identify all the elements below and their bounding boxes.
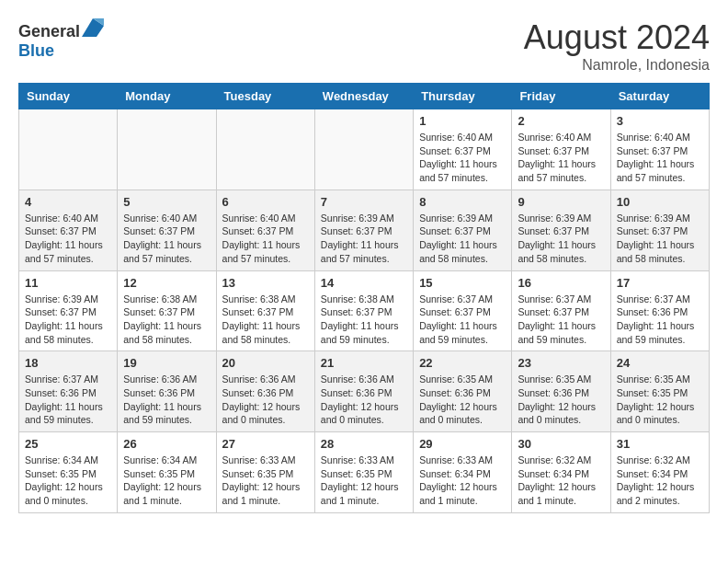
calendar-cell: 28Sunrise: 6:33 AMSunset: 6:35 PMDayligh… (314, 432, 413, 513)
column-header-monday: Monday (118, 84, 216, 109)
location-subtitle: Namrole, Indonesia (524, 57, 710, 74)
day-info: Sunrise: 6:35 AMSunset: 6:35 PMDaylight:… (617, 373, 703, 427)
calendar-cell: 4Sunrise: 6:40 AMSunset: 6:37 PMDaylight… (19, 190, 118, 270)
calendar-cell: 22Sunrise: 6:35 AMSunset: 6:36 PMDayligh… (414, 351, 512, 432)
title-block: August 2024 Namrole, Indonesia (524, 18, 710, 74)
calendar-cell: 19Sunrise: 6:36 AMSunset: 6:36 PMDayligh… (118, 351, 216, 432)
column-header-friday: Friday (512, 84, 610, 109)
day-info: Sunrise: 6:40 AMSunset: 6:37 PMDaylight:… (222, 212, 309, 266)
calendar-cell: 5Sunrise: 6:40 AMSunset: 6:37 PMDaylight… (118, 190, 216, 270)
calendar-cell (216, 109, 314, 190)
day-number: 21 (321, 356, 407, 370)
day-info: Sunrise: 6:39 AMSunset: 6:37 PMDaylight:… (25, 293, 111, 347)
page-header: General Blue August 2024 Namrole, Indone… (18, 18, 710, 74)
day-number: 17 (617, 276, 703, 290)
calendar-cell: 27Sunrise: 6:33 AMSunset: 6:35 PMDayligh… (216, 432, 314, 513)
day-number: 16 (518, 276, 604, 290)
day-info: Sunrise: 6:33 AMSunset: 6:34 PMDaylight:… (419, 454, 506, 508)
day-number: 12 (123, 276, 210, 290)
column-header-tuesday: Tuesday (216, 84, 314, 109)
calendar-cell: 10Sunrise: 6:39 AMSunset: 6:37 PMDayligh… (610, 190, 709, 270)
day-info: Sunrise: 6:39 AMSunset: 6:37 PMDaylight:… (617, 212, 703, 266)
day-info: Sunrise: 6:37 AMSunset: 6:36 PMDaylight:… (617, 293, 703, 347)
day-number: 4 (25, 195, 111, 209)
calendar-cell: 6Sunrise: 6:40 AMSunset: 6:37 PMDaylight… (216, 190, 314, 270)
day-number: 5 (123, 195, 210, 209)
calendar-cell (314, 109, 413, 190)
day-info: Sunrise: 6:37 AMSunset: 6:36 PMDaylight:… (25, 373, 111, 427)
calendar-table: SundayMondayTuesdayWednesdayThursdayFrid… (18, 83, 710, 513)
calendar-cell: 25Sunrise: 6:34 AMSunset: 6:35 PMDayligh… (19, 432, 118, 513)
column-header-saturday: Saturday (610, 84, 709, 109)
calendar-cell: 24Sunrise: 6:35 AMSunset: 6:35 PMDayligh… (610, 351, 709, 432)
calendar-cell: 17Sunrise: 6:37 AMSunset: 6:36 PMDayligh… (610, 270, 709, 351)
day-info: Sunrise: 6:40 AMSunset: 6:37 PMDaylight:… (419, 131, 506, 185)
calendar-cell: 15Sunrise: 6:37 AMSunset: 6:37 PMDayligh… (414, 270, 512, 351)
day-number: 26 (123, 437, 210, 451)
day-info: Sunrise: 6:40 AMSunset: 6:37 PMDaylight:… (617, 131, 703, 185)
calendar-cell: 29Sunrise: 6:33 AMSunset: 6:34 PMDayligh… (414, 432, 512, 513)
day-number: 24 (617, 356, 703, 370)
column-header-wednesday: Wednesday (314, 84, 413, 109)
day-number: 19 (123, 356, 210, 370)
calendar-cell (118, 109, 216, 190)
day-info: Sunrise: 6:32 AMSunset: 6:34 PMDaylight:… (518, 454, 604, 508)
calendar-cell: 11Sunrise: 6:39 AMSunset: 6:37 PMDayligh… (19, 270, 118, 351)
day-info: Sunrise: 6:34 AMSunset: 6:35 PMDaylight:… (25, 454, 111, 508)
day-number: 3 (617, 114, 703, 128)
day-info: Sunrise: 6:38 AMSunset: 6:37 PMDaylight:… (321, 293, 407, 347)
day-number: 28 (321, 437, 407, 451)
day-number: 6 (222, 195, 309, 209)
day-info: Sunrise: 6:38 AMSunset: 6:37 PMDaylight:… (123, 293, 210, 347)
day-info: Sunrise: 6:40 AMSunset: 6:37 PMDaylight:… (123, 212, 210, 266)
month-year-title: August 2024 (524, 18, 710, 57)
day-number: 23 (518, 356, 604, 370)
day-number: 7 (321, 195, 407, 209)
day-number: 27 (222, 437, 309, 451)
header-row: SundayMondayTuesdayWednesdayThursdayFrid… (19, 84, 710, 109)
day-info: Sunrise: 6:36 AMSunset: 6:36 PMDaylight:… (222, 373, 309, 427)
calendar-week-4: 18Sunrise: 6:37 AMSunset: 6:36 PMDayligh… (19, 351, 710, 432)
calendar-cell: 20Sunrise: 6:36 AMSunset: 6:36 PMDayligh… (216, 351, 314, 432)
calendar-cell: 3Sunrise: 6:40 AMSunset: 6:37 PMDaylight… (610, 109, 709, 190)
calendar-cell: 26Sunrise: 6:34 AMSunset: 6:35 PMDayligh… (118, 432, 216, 513)
day-info: Sunrise: 6:32 AMSunset: 6:34 PMDaylight:… (617, 454, 703, 508)
calendar-week-1: 1Sunrise: 6:40 AMSunset: 6:37 PMDaylight… (19, 109, 710, 190)
day-number: 20 (222, 356, 309, 370)
calendar-cell: 12Sunrise: 6:38 AMSunset: 6:37 PMDayligh… (118, 270, 216, 351)
column-header-sunday: Sunday (19, 84, 118, 109)
calendar-cell: 2Sunrise: 6:40 AMSunset: 6:37 PMDaylight… (512, 109, 610, 190)
calendar-cell: 30Sunrise: 6:32 AMSunset: 6:34 PMDayligh… (512, 432, 610, 513)
day-info: Sunrise: 6:38 AMSunset: 6:37 PMDaylight:… (222, 293, 309, 347)
day-number: 29 (419, 437, 506, 451)
day-info: Sunrise: 6:34 AMSunset: 6:35 PMDaylight:… (123, 454, 210, 508)
logo-blue: Blue (18, 41, 54, 60)
day-number: 9 (518, 195, 604, 209)
column-header-thursday: Thursday (414, 84, 512, 109)
logo: General Blue (18, 18, 104, 61)
calendar-cell: 8Sunrise: 6:39 AMSunset: 6:37 PMDaylight… (414, 190, 512, 270)
logo-icon (82, 18, 104, 37)
calendar-cell (19, 109, 118, 190)
calendar-week-3: 11Sunrise: 6:39 AMSunset: 6:37 PMDayligh… (19, 270, 710, 351)
day-info: Sunrise: 6:40 AMSunset: 6:37 PMDaylight:… (518, 131, 604, 185)
day-info: Sunrise: 6:33 AMSunset: 6:35 PMDaylight:… (321, 454, 407, 508)
calendar-cell: 1Sunrise: 6:40 AMSunset: 6:37 PMDaylight… (414, 109, 512, 190)
day-number: 1 (419, 114, 506, 128)
day-info: Sunrise: 6:37 AMSunset: 6:37 PMDaylight:… (518, 293, 604, 347)
day-info: Sunrise: 6:33 AMSunset: 6:35 PMDaylight:… (222, 454, 309, 508)
day-number: 31 (617, 437, 703, 451)
day-number: 10 (617, 195, 703, 209)
day-info: Sunrise: 6:35 AMSunset: 6:36 PMDaylight:… (419, 373, 506, 427)
day-number: 2 (518, 114, 604, 128)
day-number: 18 (25, 356, 111, 370)
day-number: 14 (321, 276, 407, 290)
day-number: 15 (419, 276, 506, 290)
day-info: Sunrise: 6:39 AMSunset: 6:37 PMDaylight:… (321, 212, 407, 266)
calendar-cell: 14Sunrise: 6:38 AMSunset: 6:37 PMDayligh… (314, 270, 413, 351)
calendar-week-5: 25Sunrise: 6:34 AMSunset: 6:35 PMDayligh… (19, 432, 710, 513)
day-info: Sunrise: 6:36 AMSunset: 6:36 PMDaylight:… (123, 373, 210, 427)
day-number: 8 (419, 195, 506, 209)
calendar-cell: 9Sunrise: 6:39 AMSunset: 6:37 PMDaylight… (512, 190, 610, 270)
day-number: 30 (518, 437, 604, 451)
